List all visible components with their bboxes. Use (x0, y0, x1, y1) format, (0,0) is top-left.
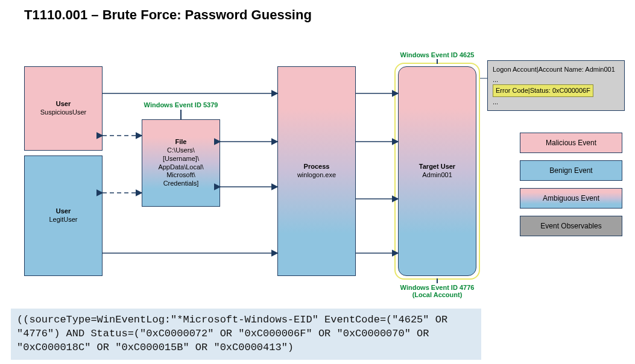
node-process: Process winlogon.exe (277, 66, 356, 276)
legend-ambiguous: Ambiguous Event (520, 188, 622, 209)
obs-ellipsis: ... (493, 97, 619, 107)
node-sub: Admin001 (422, 171, 452, 180)
tick-target-bottom (437, 278, 438, 283)
obs-ellipsis: ... (493, 75, 619, 85)
obs-line1: Logon Account|Account Name: Admin001 (493, 64, 619, 75)
obs-highlight-row: Error Code|Status: 0xC000006F (493, 84, 619, 97)
node-sub: LegitUser (49, 216, 77, 224)
legend-benign: Benign Event (520, 160, 622, 181)
node-sub: C:\Users\ [Username]\ AppData\Local\ Mic… (158, 146, 203, 188)
legend-observables: Event Observables (520, 216, 622, 236)
event-label-target-top: Windows Event ID 4625 (392, 51, 482, 58)
node-file: File C:\Users\ [Username]\ AppData\Local… (142, 119, 220, 207)
node-sub: SuspiciousUser (40, 108, 86, 117)
node-suspicious-user: User SuspiciousUser (24, 66, 103, 151)
node-sub: winlogon.exe (297, 171, 336, 180)
observables-panel: Logon Account|Account Name: Admin001 ...… (487, 60, 625, 111)
event-label-file: Windows Event ID 5379 (136, 101, 226, 108)
node-label: File (175, 138, 187, 146)
legend: Malicious Event Benign Event Ambiguous E… (520, 133, 622, 236)
diagram-canvas: User SuspiciousUser User LegitUser File … (0, 0, 635, 364)
node-target-user: Target User Admin001 (398, 66, 476, 276)
node-label: User (56, 207, 71, 216)
tick-file (180, 110, 182, 119)
obs-hl-key: Error Code|Status (496, 87, 549, 94)
obs-hl-val: : 0xC000006F (549, 87, 590, 94)
tick-target-top (437, 59, 438, 64)
query-box: ((sourceType=WinEventLog:"*Microsoft-Win… (11, 309, 481, 360)
node-label: Process (304, 163, 330, 171)
legend-malicious: Malicious Event (520, 133, 622, 153)
node-label: Target User (419, 163, 455, 171)
node-legit-user: User LegitUser (24, 155, 103, 276)
node-label: User (56, 100, 71, 108)
event-label-target-bottom: Windows Event ID 4776 (Local Account) (392, 284, 482, 298)
